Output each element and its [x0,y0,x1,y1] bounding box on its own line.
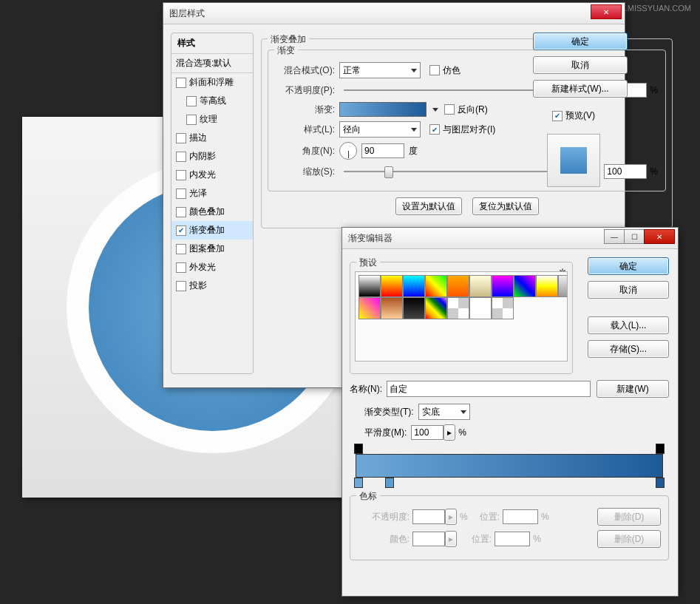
preview-label: 预览(V) [565,109,595,122]
smooth-label: 平滑度(M): [364,427,407,439]
preset-thumb[interactable] [403,275,425,297]
maximize-button[interactable]: ☐ [624,229,645,244]
dither-check[interactable] [429,65,440,75]
angle-label: 角度(N): [276,145,335,157]
style-check[interactable] [186,115,197,125]
preview-check[interactable] [552,111,563,121]
align-check[interactable] [429,124,440,135]
ok-button[interactable]: 确定 [588,257,669,275]
style-item[interactable]: 等高线 [171,92,253,110]
preset-thumb[interactable] [536,275,558,297]
preset-thumb[interactable] [492,297,514,319]
preset-thumb[interactable] [359,275,381,297]
cancel-button[interactable]: 取消 [588,281,669,299]
cancel-button[interactable]: 取消 [533,56,628,74]
stop-color-label: 颜色: [358,533,410,546]
close-button[interactable]: ✕ [644,229,675,244]
smooth-input[interactable]: 100 [411,425,444,440]
opacity-label: 不透明度(P): [276,84,335,97]
dlg2-title: 渐变编辑器 [348,232,393,245]
new-style-button[interactable]: 新建样式(W)... [533,80,628,98]
gradient-picker[interactable] [339,102,427,117]
stops-title: 色标 [356,490,380,503]
type-label: 渐变类型(T): [364,406,414,418]
style-item[interactable]: 外发光 [171,258,253,276]
dither-label: 仿色 [443,64,461,77]
style-check[interactable] [176,152,186,162]
stop-pos-input-2 [495,532,530,546]
smooth-arrow[interactable]: ▸ [444,424,455,441]
style-item[interactable]: 投影 [171,276,253,295]
stop-color-swatch [412,532,445,546]
preset-thumb[interactable] [381,297,403,319]
preset-thumb[interactable] [447,297,469,319]
color-stop-3[interactable] [656,478,665,488]
opacity-stop-right[interactable] [656,444,665,454]
stop-pos-input [503,509,538,524]
presets-label: 预设 [356,257,380,269]
preset-thumb[interactable] [359,297,381,319]
style-check[interactable] [176,281,186,291]
styles-header: 样式 [171,33,253,53]
style-item[interactable]: 纹理 [171,110,253,129]
style-item[interactable]: 描边 [171,129,253,147]
make-default-button[interactable]: 设置为默认值 [395,197,462,215]
style-item[interactable]: 渐变叠加 [171,221,253,240]
styles-list: 样式 混合选项:默认 斜面和浮雕等高线纹理描边内阴影内发光光泽颜色叠加渐变叠加图… [171,33,254,374]
reset-default-button[interactable]: 复位为默认值 [472,197,539,215]
color-stop-1[interactable] [354,478,363,488]
gradient-ramp[interactable] [356,454,663,478]
preset-thumb[interactable] [469,297,492,319]
style-check[interactable] [176,207,186,217]
style-check[interactable] [176,78,186,88]
stop-pos-label: 位置: [480,511,500,523]
style-check[interactable] [176,244,186,254]
dlg2-titlebar[interactable]: 渐变编辑器 — ☐ ✕ [342,228,678,249]
style-check[interactable] [176,189,186,199]
preset-thumb[interactable] [381,275,403,297]
dlg1-right-column: 确定 取消 新建样式(W)... 预览(V) [533,33,614,187]
preset-thumb[interactable] [469,275,492,297]
preset-thumb[interactable] [403,297,425,319]
new-button[interactable]: 新建(W) [597,380,669,398]
stop-opacity-label: 不透明度: [358,511,410,523]
angle-dial[interactable] [339,142,357,160]
style-item[interactable]: 图案叠加 [171,240,253,258]
style-check[interactable] [176,262,186,273]
preset-thumb[interactable] [425,297,447,319]
preset-thumb[interactable] [492,275,514,297]
blend-options[interactable]: 混合选项:默认 [171,53,253,73]
load-button[interactable]: 载入(L)... [588,316,669,334]
style-item[interactable]: 内发光 [171,166,253,184]
style-check[interactable] [186,96,197,106]
preview-box [547,134,600,187]
style-check[interactable] [176,170,186,180]
style-check[interactable] [176,225,186,236]
color-stop-2[interactable] [385,478,394,488]
opacity-stop-left[interactable] [354,444,363,454]
close-button[interactable]: ✕ [591,4,622,19]
minimize-button[interactable]: — [604,229,625,244]
save-button[interactable]: 存储(S)... [588,340,669,358]
blend-mode-combo[interactable]: 正常 [339,62,421,78]
style-combo[interactable]: 径向 [339,121,421,138]
type-combo[interactable]: 实底 [418,404,470,420]
preset-thumb[interactable] [514,275,536,297]
presets-group: 预设 ✲ [350,262,573,374]
sub-title: 渐变 [274,44,298,57]
style-check[interactable] [176,133,186,143]
preset-thumb[interactable] [425,275,447,297]
style-item[interactable]: 斜面和浮雕 [171,73,253,92]
stop-opacity-input [412,509,445,524]
reverse-check[interactable] [444,104,455,115]
style-item[interactable]: 内阴影 [171,147,253,166]
dlg1-titlebar[interactable]: 图层样式 ✕ [163,3,625,24]
style-item[interactable]: 光泽 [171,184,253,203]
style-item[interactable]: 颜色叠加 [171,203,253,221]
preset-thumb[interactable] [558,275,568,297]
name-input[interactable]: 自定 [387,381,591,397]
ok-button[interactable]: 确定 [533,33,628,50]
name-label: 名称(N): [350,383,382,396]
preset-thumb[interactable] [447,275,469,297]
angle-input[interactable]: 90 [361,143,404,158]
